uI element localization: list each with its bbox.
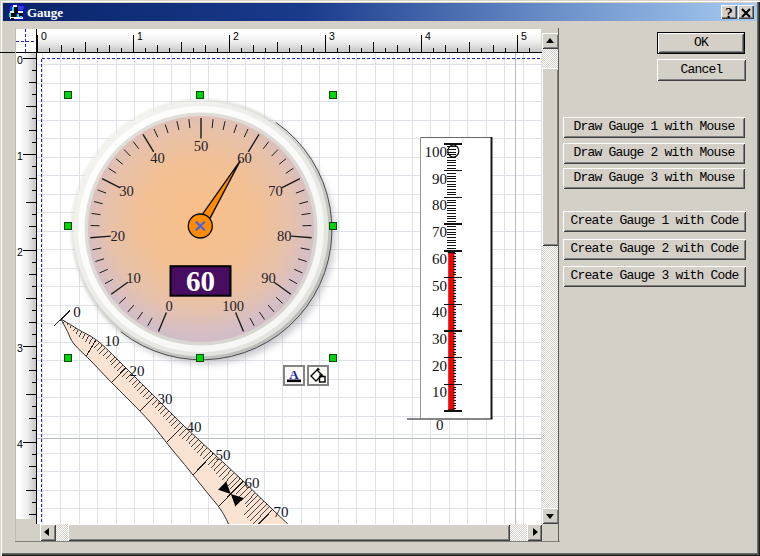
svg-text:0: 0: [436, 417, 444, 433]
svg-text:60: 60: [432, 251, 447, 267]
svg-text:20: 20: [432, 358, 447, 374]
svg-text:0: 0: [165, 298, 172, 314]
svg-text:?: ?: [725, 7, 733, 19]
svg-text:90: 90: [261, 270, 276, 286]
svg-text:30: 30: [158, 391, 173, 407]
svg-text:40: 40: [150, 150, 165, 166]
svg-text:70: 70: [268, 183, 283, 199]
svg-text:50: 50: [216, 447, 231, 463]
svg-text:30: 30: [432, 331, 447, 347]
svg-text:0: 0: [73, 304, 81, 320]
svg-text:100: 100: [425, 144, 448, 160]
svg-text:70: 70: [274, 504, 289, 520]
svg-text:10: 10: [432, 384, 447, 400]
svg-text:80: 80: [277, 228, 292, 244]
svg-text:70: 70: [432, 224, 447, 240]
svg-text:30: 30: [119, 183, 134, 199]
svg-text:60: 60: [186, 265, 215, 297]
svg-text:80: 80: [432, 197, 447, 213]
svg-text:40: 40: [432, 304, 447, 320]
svg-text:100: 100: [222, 298, 244, 314]
svg-text:10: 10: [126, 270, 141, 286]
svg-text:90: 90: [432, 171, 447, 187]
svg-text:50: 50: [194, 138, 209, 154]
svg-text:20: 20: [111, 228, 126, 244]
svg-text:50: 50: [432, 278, 447, 294]
svg-text:A: A: [289, 367, 299, 382]
svg-text:20: 20: [130, 363, 145, 379]
svg-text:40: 40: [187, 419, 202, 435]
svg-text:10: 10: [105, 333, 120, 349]
svg-text:60: 60: [245, 475, 260, 491]
